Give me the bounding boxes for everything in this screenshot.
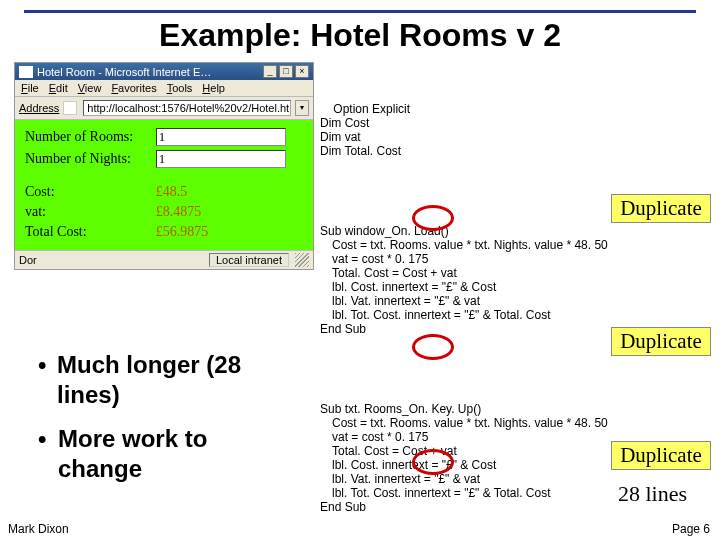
menu-view[interactable]: View [78,82,102,94]
code-line: lbl. Tot. Cost. innertext = "£" & Total.… [320,486,620,500]
code-line: Total. Cost = Cost + vat [320,444,620,458]
code-line: Cost = txt. Rooms. value * txt. Nights. … [320,238,620,252]
minimize-button[interactable]: _ [263,65,277,78]
address-bar: Address http://localhost:1576/Hotel%20v2… [15,97,313,120]
menu-edit[interactable]: Edit [49,82,68,94]
resize-grip[interactable] [295,253,309,267]
duplicate-callout-3: Duplicate [611,441,711,470]
menu-tools[interactable]: Tools [167,82,193,94]
maximize-button[interactable]: □ [279,65,293,78]
code-line: lbl. Cost. innertext = "£" & Cost [320,458,620,472]
browser-window: Hotel Room - Microsoft Internet E… _ □ ×… [14,62,314,270]
code-line: vat = cost * 0. 175 [320,430,620,444]
code-line: End Sub [320,500,366,514]
rooms-label: Number of Rooms: [21,126,152,148]
total-label: Total Cost: [21,222,152,242]
code-line: Option Explicit [333,102,410,116]
close-button[interactable]: × [295,65,309,78]
url-dropdown[interactable]: ▾ [295,100,309,116]
code-line: Dim vat [320,130,361,144]
footer-author: Mark Dixon [8,522,69,536]
code-line: lbl. Tot. Cost. innertext = "£" & Total.… [320,308,620,322]
menu-file[interactable]: File [21,82,39,94]
total-value: £56.9875 [152,222,307,242]
lines-count: 28 lines [618,481,687,507]
vat-value: £8.4875 [152,202,307,222]
code-line: lbl. Vat. innertext = "£" & vat [320,472,620,486]
status-bar: Dor Local intranet [15,250,313,269]
footer-page: Page 6 [672,522,710,536]
code-line: lbl. Cost. innertext = "£" & Cost [320,280,620,294]
address-label: Address [19,102,59,114]
bullet-list: •Much longer (28 lines) •More work to ch… [38,350,298,498]
page-body: Number of Rooms: Number of Nights: Cost:… [15,120,313,250]
browser-menubar: File Edit View Favorites Tools Help [15,80,313,97]
menu-help[interactable]: Help [202,82,225,94]
code-line: Dim Cost [320,116,369,130]
code-line: Total. Cost = Cost + vat [320,266,620,280]
rooms-input[interactable] [156,128,286,146]
slide-title: Example: Hotel Rooms v 2 [0,17,720,54]
code-sub-2: Sub txt. Rooms_On. Key. Up() Cost = txt.… [320,388,620,528]
ie-icon [19,66,33,78]
code-sub-1: Sub window_On. Load() Cost = txt. Rooms.… [320,210,620,350]
code-listing: Option Explicit Dim Cost Dim vat Dim Tot… [320,60,620,540]
cost-value: £48.5 [152,182,307,202]
url-field[interactable]: http://localhost:1576/Hotel%20v2/Hotel.h… [83,100,291,116]
code-line: End Sub [320,322,366,336]
nights-input[interactable] [156,150,286,168]
browser-titlebar: Hotel Room - Microsoft Internet E… _ □ × [15,63,313,80]
code-preamble: Option Explicit Dim Cost Dim vat Dim Tot… [320,88,620,172]
window-title-text: Hotel Room - Microsoft Internet E… [37,66,261,78]
code-line: lbl. Vat. innertext = "£" & vat [320,294,620,308]
vat-label: vat: [21,202,152,222]
code-line: Sub txt. Rooms_On. Key. Up() [320,402,481,416]
code-line: Cost = txt. Rooms. value * txt. Nights. … [320,416,620,430]
duplicate-callout-2: Duplicate [611,327,711,356]
code-line: vat = cost * 0. 175 [320,252,620,266]
code-line: Sub window_On. Load() [320,224,449,238]
bullet-2: More work to change [58,424,298,484]
code-line: Dim Total. Cost [320,144,401,158]
status-zone: Local intranet [209,253,289,267]
page-icon [63,101,77,115]
cost-label: Cost: [21,182,152,202]
nights-label: Number of Nights: [21,148,152,170]
bullet-1: Much longer (28 lines) [57,350,298,410]
duplicate-callout-1: Duplicate [611,194,711,223]
menu-favorites[interactable]: Favorites [111,82,156,94]
status-left: Dor [19,254,37,266]
top-rule [24,10,696,13]
